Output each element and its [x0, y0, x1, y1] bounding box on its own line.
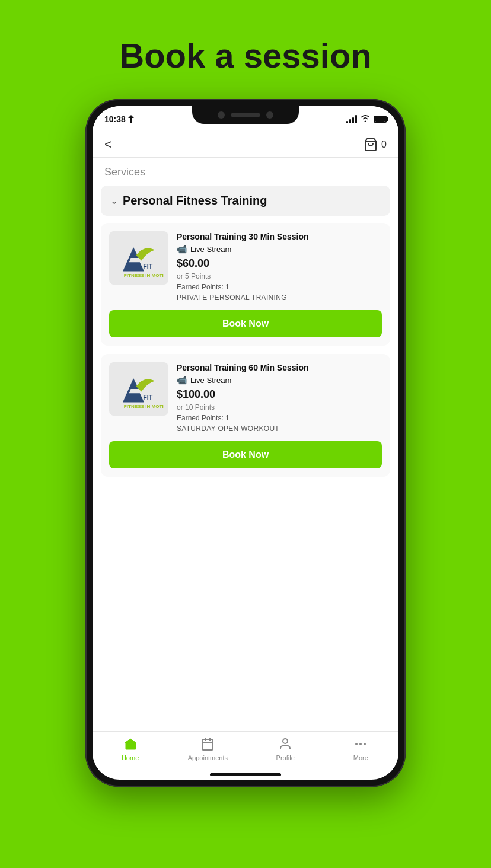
nav-item-home[interactable]: Home	[113, 736, 148, 761]
notch	[192, 106, 299, 124]
live-stream-row-2: 📹 Live Stream	[177, 375, 382, 385]
points-text-2: or 10 Points	[177, 403, 382, 411]
svg-marker-0	[128, 115, 134, 123]
home-icon	[123, 736, 138, 752]
category-title: Personal Fitness Training	[123, 194, 267, 208]
earned-points-2: Earned Points: 1	[177, 414, 382, 422]
aerofit-logo-2: FIT FITNESS IN MOTI	[112, 365, 165, 413]
services-header: Services	[93, 158, 398, 182]
location-icon	[128, 115, 134, 123]
cart-count: 0	[381, 139, 387, 150]
nav-appointments-label: Appointments	[188, 754, 228, 761]
svg-point-13	[355, 743, 358, 745]
service-card-inner-1: FIT FITNESS IN MOTI Personal Training 30…	[109, 231, 382, 302]
nav-item-profile[interactable]: Profile	[267, 736, 303, 761]
live-stream-label-2: Live Stream	[190, 376, 231, 385]
chevron-down-icon: ⌄	[110, 195, 118, 206]
speaker	[231, 113, 260, 117]
status-icons	[346, 114, 387, 124]
bottom-nav: Home Appointments	[93, 731, 398, 773]
signal-icon	[346, 115, 357, 123]
nav-item-more[interactable]: More	[343, 736, 378, 761]
wifi-icon	[361, 114, 370, 124]
svg-rect-8	[202, 739, 213, 750]
earned-points-1: Earned Points: 1	[177, 283, 382, 291]
cart-area[interactable]: 0	[364, 138, 387, 152]
svg-point-15	[364, 743, 366, 745]
live-stream-label-1: Live Stream	[190, 245, 231, 254]
service-info-1: Personal Training 30 Min Session 📹 Live …	[177, 231, 382, 302]
service-tag-1: Private Personal Training	[177, 293, 382, 302]
calendar-icon	[200, 736, 215, 752]
service-card-inner-2: FIT FITNESS IN MOTI Personal Training 60…	[109, 362, 382, 433]
back-button[interactable]: <	[104, 137, 112, 152]
service-name-1: Personal Training 30 Min Session	[177, 231, 382, 242]
nav-home-label: Home	[122, 754, 139, 761]
status-bar: 10:38	[93, 106, 398, 132]
video-camera-icon-2: 📹	[177, 375, 187, 385]
svg-text:FITNESS IN MOTI: FITNESS IN MOTI	[124, 404, 164, 409]
profile-icon	[278, 736, 293, 752]
scroll-content[interactable]: ⌄ Personal Fitness Training FIT	[93, 182, 398, 731]
service-card-1: FIT FITNESS IN MOTI Personal Training 30…	[101, 223, 390, 346]
nav-item-appointments[interactable]: Appointments	[188, 736, 228, 761]
nav-profile-label: Profile	[276, 754, 295, 761]
service-card-2: FIT FITNESS IN MOTI Personal Training 60…	[101, 354, 390, 477]
svg-point-14	[359, 743, 362, 745]
nav-more-label: More	[353, 754, 368, 761]
video-camera-icon-1: 📹	[177, 244, 187, 254]
camera-2	[266, 111, 273, 119]
service-price-2: $100.00	[177, 388, 382, 401]
page-title: Book a session	[119, 36, 371, 75]
phone-frame: 10:38	[85, 99, 406, 787]
category-header[interactable]: ⌄ Personal Fitness Training	[101, 186, 390, 216]
svg-point-12	[283, 739, 288, 743]
battery-icon	[374, 116, 387, 123]
live-stream-row-1: 📹 Live Stream	[177, 244, 382, 254]
top-nav: < 0	[93, 132, 398, 158]
camera	[218, 111, 225, 119]
svg-text:FIT: FIT	[143, 394, 153, 401]
phone-screen: 10:38	[93, 106, 398, 780]
book-now-button-1[interactable]: Book Now	[109, 310, 382, 337]
service-tag-2: SATURDAY OPEN WORKOUT	[177, 425, 382, 433]
cart-icon	[364, 138, 378, 152]
aerofit-logo-1: FIT FITNESS IN MOTI	[112, 234, 165, 282]
book-now-button-2[interactable]: Book Now	[109, 441, 382, 468]
service-info-2: Personal Training 60 Min Session 📹 Live …	[177, 362, 382, 433]
svg-text:FITNESS IN MOTI: FITNESS IN MOTI	[124, 273, 164, 278]
more-icon	[353, 736, 368, 752]
status-time: 10:38	[104, 114, 134, 124]
service-price-1: $60.00	[177, 257, 382, 270]
service-name-2: Personal Training 60 Min Session	[177, 362, 382, 373]
svg-text:FIT: FIT	[143, 263, 153, 270]
home-indicator	[210, 773, 281, 776]
service-image-2: FIT FITNESS IN MOTI	[109, 362, 168, 416]
service-image-1: FIT FITNESS IN MOTI	[109, 231, 168, 285]
points-text-1: or 5 Points	[177, 272, 382, 280]
